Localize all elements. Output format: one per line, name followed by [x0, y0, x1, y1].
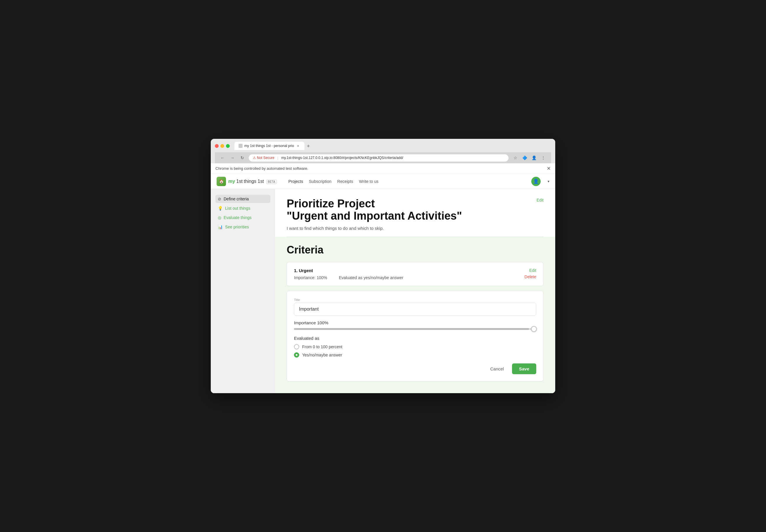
- tab-title: my 1st things 1st - personal prio: [244, 144, 294, 148]
- radio-option-percent[interactable]: From 0 to 100 percent: [294, 344, 536, 349]
- brand-logo: 🏠: [217, 177, 226, 186]
- back-button[interactable]: ←: [219, 154, 226, 161]
- brand-beta: BETA: [266, 180, 277, 184]
- tab-bar: my 1st things 1st - personal prio ✕ +: [235, 142, 312, 150]
- criteria-card-details-1: Importance: 100% Evaluated as yes/no/may…: [294, 275, 536, 280]
- project-title-line2: "Urgent and Important Activities": [287, 210, 462, 222]
- info-bar-close-button[interactable]: ✕: [547, 166, 550, 171]
- user-dropdown-arrow[interactable]: ▾: [548, 179, 549, 183]
- radio-circle-percent: [294, 344, 299, 349]
- project-title: Prioritize Project "Urgent and Important…: [287, 198, 543, 222]
- criteria-delete-link-1[interactable]: Delete: [524, 274, 536, 279]
- sidebar-item-define-criteria[interactable]: ⊘ Define criteria: [216, 195, 270, 203]
- separator: |: [277, 156, 278, 160]
- main-content: Prioritize Project "Urgent and Important…: [275, 189, 555, 393]
- title-form-group: Title: [294, 298, 536, 316]
- main-nav: 🏠 my 1st things 1st BETA Projects Subscr…: [211, 174, 555, 189]
- brand-text: my 1st things 1st BETA: [228, 179, 277, 184]
- bookmark-button[interactable]: ☆: [511, 154, 519, 162]
- title-label: Title: [294, 298, 536, 302]
- active-tab[interactable]: my 1st things 1st - personal prio ✕: [235, 142, 305, 150]
- nav-receipts[interactable]: Receipts: [337, 179, 353, 184]
- info-bar: Chrome is being controlled by automated …: [211, 163, 555, 174]
- save-button[interactable]: Save: [512, 363, 536, 374]
- project-description: I want to find which things to do and wh…: [287, 226, 543, 231]
- tab-close-button[interactable]: ✕: [296, 143, 300, 148]
- evaluated-as-form-group: Evaluated as From 0 to 100 percent Yes/n…: [294, 336, 536, 358]
- criteria-name-1: Urgent: [299, 268, 313, 273]
- not-secure-label: Not Secure: [257, 156, 274, 160]
- address-input[interactable]: ⚠ Not Secure | my.1st-things-1st.127.0.0…: [249, 154, 508, 162]
- slider-fill: [294, 328, 529, 330]
- address-bar: ← → ↻ ⚠ Not Secure | my.1st-things-1st.1…: [215, 152, 551, 163]
- slider-track: [294, 328, 536, 330]
- criteria-title: Criteria: [287, 244, 543, 256]
- list-out-things-icon: 💡: [218, 206, 223, 211]
- sidebar-item-evaluate-things[interactable]: ◎ Evaluate things: [216, 213, 270, 222]
- forward-button[interactable]: →: [229, 154, 236, 161]
- project-edit-link[interactable]: Edit: [536, 198, 543, 202]
- tab-favicon: [239, 144, 243, 148]
- see-priorities-icon: 📊: [218, 225, 223, 229]
- menu-button[interactable]: ⋮: [539, 154, 547, 162]
- sidebar-item-label-see-priorities: See priorities: [225, 225, 249, 229]
- address-actions: ☆ 🔷 👤 ⋮: [511, 154, 547, 162]
- add-criteria-form: Title Importance 100% Evalu: [287, 291, 543, 381]
- brand: 🏠 my 1st things 1st BETA: [217, 177, 277, 186]
- warning-icon: ⚠: [253, 156, 256, 160]
- cancel-button[interactable]: Cancel: [485, 363, 508, 374]
- close-button[interactable]: [215, 144, 219, 148]
- sidebar-item-label-evaluate-things: Evaluate things: [224, 215, 252, 220]
- maximize-button[interactable]: [226, 144, 230, 148]
- minimize-button[interactable]: [221, 144, 224, 148]
- criteria-number-1: 1. Urgent: [294, 268, 536, 273]
- nav-subscription[interactable]: Subscription: [309, 179, 331, 184]
- slider-thumb[interactable]: [531, 326, 537, 332]
- nav-write-to-us[interactable]: Write to us: [359, 179, 379, 184]
- criteria-number-label: 1.: [294, 268, 299, 273]
- profile-button[interactable]: 👤: [530, 154, 538, 162]
- sidebar: ⊘ Define criteria 💡 List out things ◎ Ev…: [211, 189, 275, 393]
- extension-button[interactable]: 🔷: [521, 154, 528, 162]
- brand-rest: 1st things 1st: [235, 179, 264, 184]
- radio-label-yes-no: Yes/no/maybe answer: [302, 353, 342, 357]
- traffic-lights: [215, 144, 230, 148]
- sidebar-item-see-priorities[interactable]: 📊 See priorities: [216, 223, 270, 231]
- security-indicator: ⚠ Not Secure: [253, 156, 274, 160]
- radio-group: From 0 to 100 percent Yes/no/maybe answe…: [294, 344, 536, 358]
- importance-label: Importance 100%: [294, 320, 536, 325]
- reload-button[interactable]: ↻: [239, 154, 246, 161]
- criteria-card-1: 1. Urgent Importance: 100% Evaluated as …: [287, 262, 543, 286]
- app-body: ⊘ Define criteria 💡 List out things ◎ Ev…: [211, 189, 555, 393]
- sidebar-item-list-out-things[interactable]: 💡 List out things: [216, 204, 270, 212]
- project-title-line1: Prioritize Project: [287, 197, 375, 210]
- info-bar-text: Chrome is being controlled by automated …: [216, 166, 308, 171]
- importance-form-group: Importance 100%: [294, 320, 536, 330]
- criteria-section: Criteria 1. Urgent Importance: 100% Eval…: [275, 237, 555, 393]
- project-header: Prioritize Project "Urgent and Important…: [275, 189, 555, 237]
- criteria-importance-1: Importance: 100%: [294, 275, 327, 280]
- sidebar-item-label-list-out-things: List out things: [225, 206, 250, 211]
- title-input[interactable]: [294, 303, 536, 316]
- url-display: my.1st-things-1st.127.0.0.1.xip.io:8080/…: [281, 156, 403, 160]
- new-tab-button[interactable]: +: [305, 143, 312, 149]
- nav-projects[interactable]: Projects: [288, 179, 303, 184]
- evaluated-as-label: Evaluated as: [294, 336, 536, 341]
- form-actions: Cancel Save: [294, 363, 536, 374]
- browser-window: my 1st things 1st - personal prio ✕ + ← …: [211, 139, 555, 393]
- radio-circle-yes-no: [294, 352, 299, 358]
- criteria-edit-link-1[interactable]: Edit: [529, 268, 536, 273]
- define-criteria-icon: ⊘: [218, 197, 221, 201]
- title-bar: my 1st things 1st - personal prio ✕ + ← …: [211, 139, 555, 163]
- radio-option-yes-no[interactable]: Yes/no/maybe answer: [294, 352, 536, 358]
- sidebar-item-label-define-criteria: Define criteria: [224, 197, 249, 201]
- criteria-card-actions-1: Edit Delete: [524, 268, 536, 279]
- criteria-evaluated-as-1: Evaluated as yes/no/maybe answer: [339, 275, 403, 280]
- user-avatar[interactable]: 👤: [531, 177, 540, 186]
- radio-label-percent: From 0 to 100 percent: [302, 344, 342, 349]
- evaluate-things-icon: ◎: [218, 215, 221, 220]
- slider-container: [294, 328, 536, 330]
- brand-my: my: [228, 179, 235, 184]
- nav-links: Projects Subscription Receipts Write to …: [288, 179, 379, 184]
